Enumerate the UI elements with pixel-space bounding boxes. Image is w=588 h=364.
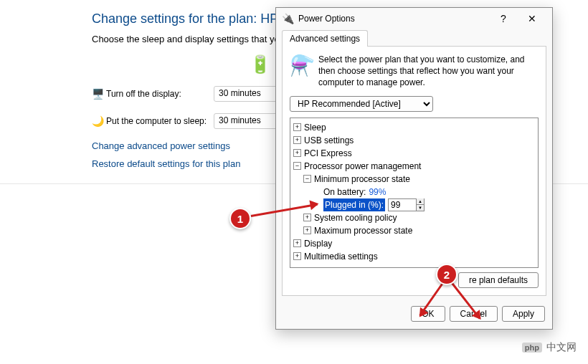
power-options-dialog: 🔌 Power Options ? ✕ Advanced settings ⚗️… <box>275 7 553 330</box>
dialog-title: Power Options <box>298 14 489 24</box>
sleep-timeout-select[interactable]: 30 minutes <box>214 113 285 129</box>
settings-tree[interactable]: +Sleep +USB settings +PCI Express −Proce… <box>290 118 539 268</box>
display-timeout-select[interactable]: 30 minutes <box>214 86 285 102</box>
restore-plan-defaults-button[interactable]: re plan defaults <box>458 272 539 288</box>
display-timeout-label: Turn off the display: <box>106 89 214 99</box>
moon-icon: 🌙 <box>92 115 106 127</box>
description-text: Select the power plan that you want to c… <box>318 54 539 89</box>
expand-icon[interactable]: + <box>293 136 301 144</box>
expand-icon[interactable]: + <box>293 252 301 260</box>
on-battery-label: On battery: <box>323 186 366 198</box>
restore-row: re plan defaults <box>290 272 539 288</box>
expand-icon[interactable]: + <box>293 149 301 157</box>
watermark-text: 中文网 <box>546 341 577 354</box>
tab-body: ⚗️ Select the power plan that you want t… <box>282 46 546 296</box>
power-icon: 🔌 <box>282 13 294 24</box>
expand-icon[interactable]: + <box>293 239 301 247</box>
tree-item-min-proc-state[interactable]: −Minimum processor state <box>293 173 535 186</box>
expand-icon[interactable]: + <box>303 214 311 221</box>
apply-button[interactable]: Apply <box>502 306 545 322</box>
tree-item-pci[interactable]: +PCI Express <box>293 147 535 160</box>
plugged-in-spinner[interactable]: ▲ ▼ <box>388 198 425 211</box>
close-button[interactable]: ✕ <box>518 10 546 27</box>
description-row: ⚗️ Select the power plan that you want t… <box>290 54 539 89</box>
help-button[interactable]: ? <box>489 10 518 27</box>
tree-item-processor[interactable]: −Processor power management <box>293 160 535 173</box>
display-icon: 🖥️ <box>92 88 106 100</box>
annotation-number-1: 1 <box>229 208 251 229</box>
tree-item-multimedia[interactable]: +Multimedia settings <box>293 250 535 263</box>
tree-item-plugged-in[interactable]: Plugged in (%): ▲ ▼ <box>293 198 535 211</box>
expand-icon[interactable]: + <box>293 123 301 131</box>
tree-item-cooling[interactable]: +System cooling policy <box>293 211 535 224</box>
titlebar: 🔌 Power Options ? ✕ <box>276 8 552 29</box>
collapse-icon[interactable]: − <box>293 162 301 170</box>
annotation-number-2: 2 <box>436 264 457 285</box>
plugged-in-label: Plugged in (%): <box>323 198 385 211</box>
tree-item-display[interactable]: +Display <box>293 237 535 250</box>
on-battery-value[interactable]: 99% <box>369 186 386 198</box>
plugged-in-input[interactable] <box>389 199 416 211</box>
teapot-icon: ⚗️ <box>290 54 313 89</box>
watermark-logo: php <box>522 343 542 353</box>
power-plan-select[interactable]: HP Recommended [Active] <box>290 96 433 112</box>
tree-item-max-proc-state[interactable]: +Maximum processor state <box>293 224 535 237</box>
dialog-buttons: OK Cancel Apply <box>276 302 552 329</box>
watermark: php 中文网 <box>522 341 577 354</box>
spinner-down-icon[interactable]: ▼ <box>417 205 424 211</box>
expand-icon[interactable]: + <box>303 226 311 234</box>
spinner-up-icon[interactable]: ▲ <box>417 198 424 205</box>
tab-advanced-settings[interactable]: Advanced settings <box>282 30 368 47</box>
tree-item-usb[interactable]: +USB settings <box>293 134 535 147</box>
tabstrip: Advanced settings <box>276 29 552 46</box>
collapse-icon[interactable]: − <box>303 175 311 183</box>
tree-item-sleep[interactable]: +Sleep <box>293 121 535 134</box>
sleep-timeout-label: Put the computer to sleep: <box>106 116 214 126</box>
tree-item-on-battery[interactable]: On battery: 99% <box>293 186 535 198</box>
